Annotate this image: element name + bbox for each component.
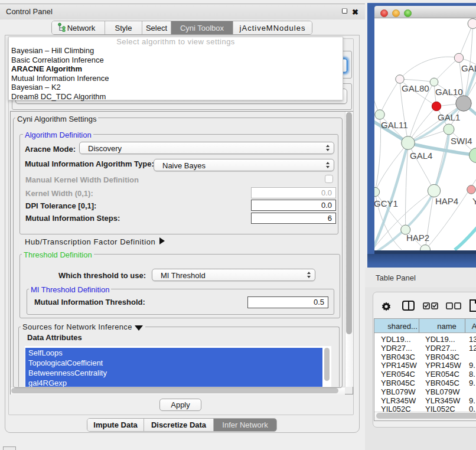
svg-text:HAP2: HAP2 xyxy=(406,233,429,243)
svg-text:Y: Y xyxy=(472,196,476,206)
svg-text:HAP4: HAP4 xyxy=(435,196,458,206)
svg-text:GAL11: GAL11 xyxy=(381,120,408,130)
svg-text:GAL10: GAL10 xyxy=(435,87,463,97)
svg-text:GAL80: GAL80 xyxy=(402,83,429,93)
svg-text:GAL1: GAL1 xyxy=(438,112,460,122)
svg-text:GAL4: GAL4 xyxy=(410,151,432,161)
svg-text:GAL: GAL xyxy=(461,63,476,73)
svg-text:SWI4: SWI4 xyxy=(451,136,472,146)
svg-text:GCY1: GCY1 xyxy=(374,198,398,208)
